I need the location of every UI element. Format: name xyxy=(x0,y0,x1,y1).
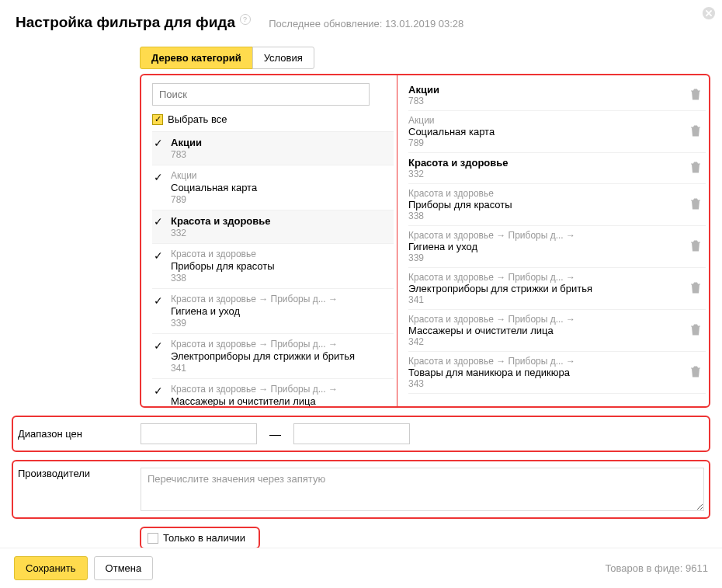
feed-count: Товаров в фиде: 9611 xyxy=(605,562,708,574)
check-icon: ✓ xyxy=(154,215,163,228)
trash-icon[interactable] xyxy=(690,365,701,380)
in-stock-checkbox[interactable] xyxy=(148,533,158,544)
select-all-label: Выбрать все xyxy=(168,113,227,125)
selected-item-count: 783 xyxy=(408,96,684,106)
selected-item-count: 339 xyxy=(408,252,684,263)
price-range-panel: Диапазон цен — xyxy=(12,416,710,452)
tree-item[interactable]: ✓Красота и здоровье → Приборы д... →Масс… xyxy=(152,379,394,406)
tree-item-breadcrumb: Красота и здоровье xyxy=(171,249,389,259)
main-scroll-area[interactable]: Дерево категорийУсловия ✓ Выбрать все ✓А… xyxy=(0,39,722,548)
check-icon: ✓ xyxy=(154,294,163,307)
select-all-checkbox[interactable]: ✓ xyxy=(152,114,163,125)
last-updated-text: Последнее обновление: 13.01.2019 03:28 xyxy=(269,18,463,30)
save-button[interactable]: Сохранить xyxy=(14,556,88,580)
selected-item-breadcrumb: Красота и здоровье → Приборы д... → xyxy=(408,230,684,241)
trash-icon[interactable] xyxy=(690,239,701,254)
selected-item: Акции783 xyxy=(408,80,706,111)
tree-item-breadcrumb: Красота и здоровье → Приборы д... → xyxy=(171,339,389,350)
selected-item-breadcrumb: Красота и здоровье xyxy=(408,188,684,199)
selected-item-breadcrumb: Акции xyxy=(408,115,684,126)
selected-item-count: 338 xyxy=(408,210,684,221)
check-icon: ✓ xyxy=(154,339,163,352)
price-range-label: Диапазон цен xyxy=(18,428,133,440)
selected-item: Красота и здоровье → Приборы д... →Масса… xyxy=(408,310,706,352)
tree-item-breadcrumb: Акции xyxy=(171,170,389,181)
selected-item-name: Товары для маникюра и педикюра xyxy=(408,367,684,378)
selected-item: Красота и здоровье → Приборы д... →Товар… xyxy=(408,352,706,394)
tree-item[interactable]: ✓Красота и здоровьеПриборы для красоты33… xyxy=(152,244,394,289)
search-input[interactable] xyxy=(152,83,370,106)
tree-item-name: Акции xyxy=(171,137,389,148)
selected-item: Красота и здоровье → Приборы д... →Элект… xyxy=(408,268,706,310)
tree-item[interactable]: ✓Красота и здоровье332 xyxy=(152,210,394,244)
selected-categories-pane[interactable]: Акции783АкцииСоциальная карта789Красота … xyxy=(397,75,709,406)
trash-icon[interactable] xyxy=(690,197,701,212)
selected-item: Красота и здоровьеПриборы для красоты338 xyxy=(408,184,706,226)
tree-item-count: 339 xyxy=(171,318,389,329)
tree-item[interactable]: ✓Акции783 xyxy=(152,132,394,165)
in-stock-label: Только в наличии xyxy=(163,532,245,544)
price-to-input[interactable] xyxy=(293,423,410,444)
selected-item-breadcrumb: Красота и здоровье → Приборы д... → xyxy=(408,272,684,283)
cancel-button[interactable]: Отмена xyxy=(94,556,154,580)
selected-item-count: 342 xyxy=(408,336,684,347)
close-icon[interactable] xyxy=(702,6,716,23)
category-tree[interactable]: ✓Акции783✓АкцииСоциальная карта789✓Красо… xyxy=(152,131,394,406)
tab-conditions[interactable]: Условия xyxy=(252,47,314,69)
dialog-title: Настройка фильтра для фида xyxy=(16,14,235,31)
check-icon: ✓ xyxy=(154,384,163,397)
selected-item-name: Массажеры и очистители лица xyxy=(408,325,684,336)
selected-item-count: 343 xyxy=(408,378,684,389)
manufacturers-input[interactable] xyxy=(141,468,704,511)
tabs: Дерево категорийУсловия xyxy=(140,47,710,69)
tree-item-name: Социальная карта xyxy=(171,182,389,193)
tree-item-count: 338 xyxy=(171,273,389,284)
tree-item-breadcrumb: Красота и здоровье → Приборы д... → xyxy=(171,294,389,304)
price-from-input[interactable] xyxy=(141,423,257,444)
categories-panel: ✓ Выбрать все ✓Акции783✓АкцииСоциальная … xyxy=(140,74,710,408)
selected-item-breadcrumb: Красота и здоровье → Приборы д... → xyxy=(408,314,684,325)
tree-item-name: Массажеры и очистители лица xyxy=(171,395,389,406)
selected-item-breadcrumb: Красота и здоровье → Приборы д... → xyxy=(408,356,684,367)
check-icon: ✓ xyxy=(154,171,163,183)
tree-item-name: Гигиена и уход xyxy=(171,305,389,317)
dialog-footer: Сохранить Отмена Товаров в фиде: 9611 xyxy=(0,548,722,588)
selected-item: Красота и здоровье → Приборы д... →Гигие… xyxy=(408,226,706,268)
price-range-dash: — xyxy=(265,427,286,440)
tree-item-count: 783 xyxy=(171,149,389,160)
tab-tree[interactable]: Дерево категорий xyxy=(140,47,253,69)
selected-item-name: Приборы для красоты xyxy=(408,199,684,210)
dialog-header: Настройка фильтра для фида ? Последнее о… xyxy=(0,0,722,37)
tree-item[interactable]: ✓АкцииСоциальная карта789 xyxy=(152,165,394,210)
tree-item-count: 341 xyxy=(171,363,389,374)
selected-item-name: Красота и здоровье xyxy=(408,157,684,169)
tree-item[interactable]: ✓Красота и здоровье → Приборы д... →Элек… xyxy=(152,334,394,379)
help-icon[interactable]: ? xyxy=(240,14,251,25)
selected-item: Красота и здоровье332 xyxy=(408,153,706,184)
trash-icon[interactable] xyxy=(690,124,701,139)
selected-item-name: Гигиена и уход xyxy=(408,241,684,252)
tree-item-name: Красота и здоровье xyxy=(171,215,389,227)
tree-item-count: 789 xyxy=(171,194,389,205)
manufacturers-panel: Производители xyxy=(12,460,710,519)
tree-item-breadcrumb: Красота и здоровье → Приборы д... → xyxy=(171,384,389,395)
check-icon: ✓ xyxy=(154,249,163,262)
tree-item-name: Приборы для красоты xyxy=(171,260,389,272)
manufacturers-label: Производители xyxy=(18,468,133,479)
tree-item-count: 332 xyxy=(171,228,389,238)
check-icon: ✓ xyxy=(154,137,163,149)
select-all-row[interactable]: ✓ Выбрать все xyxy=(152,113,394,125)
tree-item-name: Электроприборы для стрижки и бритья xyxy=(171,350,389,362)
selected-item-name: Акции xyxy=(408,84,684,96)
trash-icon[interactable] xyxy=(690,161,701,176)
trash-icon[interactable] xyxy=(690,323,701,338)
selected-item-name: Электроприборы для стрижки и бритья xyxy=(408,283,684,294)
trash-icon[interactable] xyxy=(690,88,701,103)
selected-item-count: 789 xyxy=(408,137,684,148)
selected-item-name: Социальная карта xyxy=(408,126,684,137)
trash-icon[interactable] xyxy=(690,281,701,296)
tree-item[interactable]: ✓Красота и здоровье → Приборы д... →Гиги… xyxy=(152,289,394,334)
in-stock-panel: Только в наличии xyxy=(140,527,260,548)
selected-item-count: 341 xyxy=(408,294,684,305)
selected-item-count: 332 xyxy=(408,169,684,179)
